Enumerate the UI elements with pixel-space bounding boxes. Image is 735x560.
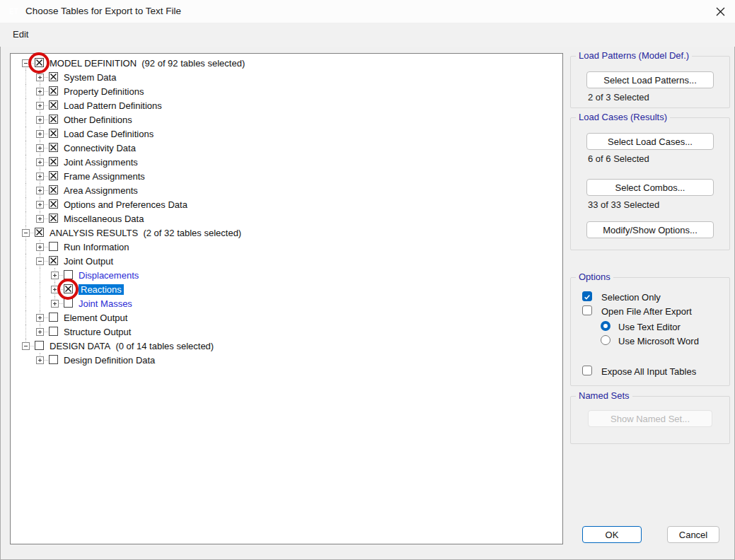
tree-item-label[interactable]: Area Assignments — [64, 185, 138, 196]
tree-item-label[interactable]: Joint Masses — [79, 298, 132, 309]
tree-guide-line — [25, 240, 26, 254]
tree-item-checkbox[interactable] — [49, 129, 58, 138]
tree-item-label[interactable]: Load Pattern Definitions — [64, 100, 162, 111]
tree-item-checkbox[interactable] — [49, 143, 58, 152]
expand-icon[interactable] — [36, 187, 44, 194]
expand-icon[interactable] — [36, 201, 44, 209]
tree-item-label[interactable]: Structure Output — [64, 327, 131, 337]
expand-icon[interactable] — [36, 328, 44, 336]
close-icon[interactable] — [714, 6, 727, 18]
use-microsoft-word-label[interactable]: Use Microsoft Word — [618, 336, 699, 346]
collapse-icon[interactable] — [36, 257, 44, 265]
expand-icon[interactable] — [36, 356, 44, 364]
expose-all-input-tables-checkbox[interactable] — [582, 366, 592, 375]
selection-only-checkbox[interactable] — [582, 291, 592, 301]
tree-item-checkbox[interactable] — [64, 284, 73, 293]
combos-status: 33 of 33 Selected — [588, 199, 659, 210]
tree-row: MODEL DEFINITION (92 of 92 tables select… — [11, 56, 562, 70]
expand-icon[interactable] — [36, 173, 44, 180]
tree-item-label[interactable]: Property Definitions — [64, 86, 144, 97]
tree-item-checkbox[interactable] — [49, 199, 58, 209]
tree-item-label[interactable]: Frame Assignments — [64, 171, 145, 182]
menu-edit[interactable]: Edit — [13, 29, 28, 40]
expand-icon[interactable] — [36, 74, 44, 81]
tree-item-checkbox[interactable] — [49, 327, 58, 336]
collapse-icon[interactable] — [22, 342, 30, 350]
tree-item-label[interactable]: Load Case Definitions — [64, 129, 154, 139]
tree-item-checkbox[interactable] — [49, 100, 58, 110]
tree-row: Reactions — [11, 282, 562, 296]
expand-icon[interactable] — [51, 300, 59, 308]
modify-show-options-button[interactable]: Modify/Show Options... — [586, 221, 714, 238]
tree-item-checkbox[interactable] — [49, 242, 58, 251]
expand-icon[interactable] — [51, 272, 59, 279]
tree-item-label[interactable]: Reactions — [79, 284, 124, 295]
tree-item-label[interactable]: Other Definitions — [64, 115, 132, 125]
tree-guide-line — [25, 310, 26, 325]
tree-item-checkbox[interactable] — [64, 298, 73, 308]
open-file-after-export-checkbox[interactable] — [582, 305, 592, 315]
show-named-set-button[interactable]: Show Named Set... — [588, 410, 712, 427]
tree-row: Load Case Definitions — [11, 127, 562, 141]
expand-icon[interactable] — [36, 144, 44, 152]
tree-item-label[interactable]: Element Output — [64, 313, 127, 323]
tree-item-checkbox[interactable] — [64, 270, 73, 279]
expand-icon[interactable] — [36, 116, 44, 124]
cancel-button[interactable]: Cancel — [667, 526, 719, 543]
tree-item-label[interactable]: MODEL DEFINITION (92 of 92 tables select… — [50, 58, 245, 69]
tree-item-checkbox[interactable] — [35, 228, 44, 237]
tree-item-label[interactable]: Design Definition Data — [64, 355, 155, 366]
collapse-icon[interactable] — [22, 229, 30, 237]
tree-item-checkbox[interactable] — [35, 58, 44, 67]
expand-icon[interactable] — [36, 243, 44, 251]
tree-guide-line — [40, 296, 40, 310]
tree-item-checkbox[interactable] — [35, 341, 44, 350]
tree-item-label[interactable]: Joint Assignments — [64, 157, 138, 168]
expand-icon[interactable] — [51, 286, 59, 293]
ok-button[interactable]: OK — [582, 526, 642, 543]
select-combos-button[interactable]: Select Combos... — [586, 179, 714, 196]
tree-item-checkbox[interactable] — [49, 214, 58, 223]
tree-item-checkbox[interactable] — [49, 313, 58, 322]
tree-item-label[interactable]: System Data — [64, 72, 116, 83]
collapse-icon[interactable] — [22, 59, 30, 67]
tree-item-label[interactable]: Joint Output — [64, 256, 113, 267]
tree-item-label[interactable]: Connectivity Data — [64, 143, 136, 153]
tree-item-checkbox[interactable] — [49, 256, 58, 265]
expand-icon[interactable] — [36, 88, 44, 95]
expand-icon[interactable] — [36, 314, 44, 322]
expand-icon[interactable] — [36, 215, 44, 223]
tree-guide-line — [25, 70, 26, 84]
tree-guide-line — [25, 141, 26, 155]
tree-item-checkbox[interactable] — [49, 355, 58, 364]
selection-only-label[interactable]: Selection Only — [601, 292, 661, 303]
tree-item-checkbox[interactable] — [49, 185, 58, 194]
tree-item-label[interactable]: Run Information — [64, 242, 129, 252]
tree-guide-line — [25, 183, 26, 197]
select-load-cases-button[interactable]: Select Load Cases... — [586, 133, 714, 150]
tree-item-label[interactable]: ANALYSIS RESULTS (2 of 32 tables selecte… — [50, 228, 241, 238]
use-text-editor-radio[interactable] — [601, 321, 610, 331]
tree-guide-line — [25, 325, 26, 339]
tree-item-checkbox[interactable] — [49, 72, 58, 81]
tree-item-label[interactable]: Displacements — [79, 270, 139, 281]
use-microsoft-word-radio[interactable] — [601, 335, 610, 345]
expand-icon[interactable] — [36, 102, 44, 110]
expand-icon[interactable] — [36, 130, 44, 138]
tree-item-checkbox[interactable] — [49, 171, 58, 180]
tree-row: Property Definitions — [11, 84, 562, 98]
tree-item-label[interactable]: Miscellaneous Data — [64, 214, 144, 224]
tree-item-checkbox[interactable] — [49, 157, 58, 166]
tree-item-label[interactable]: DESIGN DATA (0 of 14 tables selected) — [50, 341, 214, 351]
tree-row: Element Output — [11, 310, 562, 325]
tree-item-label[interactable]: Options and Preferences Data — [64, 199, 187, 210]
named-sets-group: Named Sets Show Named Set... — [570, 396, 730, 444]
select-load-patterns-button[interactable]: Select Load Patterns... — [586, 71, 714, 88]
tree-guide-line — [25, 268, 26, 282]
expose-all-input-tables-label[interactable]: Expose All Input Tables — [601, 366, 696, 377]
tree-item-checkbox[interactable] — [49, 115, 58, 124]
use-text-editor-label[interactable]: Use Text Editor — [618, 322, 681, 332]
tree-item-checkbox[interactable] — [49, 86, 58, 95]
open-file-after-export-label[interactable]: Open File After Export — [601, 306, 692, 317]
expand-icon[interactable] — [36, 158, 44, 166]
